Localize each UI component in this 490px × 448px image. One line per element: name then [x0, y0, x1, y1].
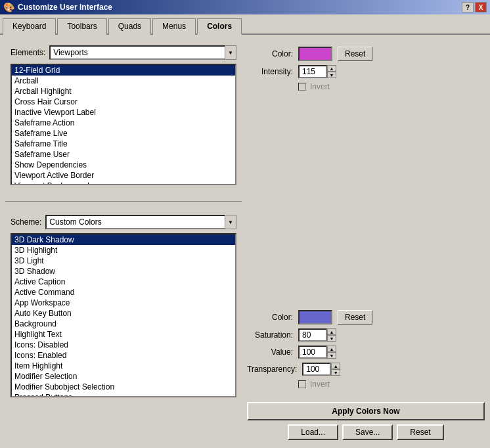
transparency-label: Transparency: — [247, 365, 297, 374]
window-icon: 🎨 — [3, 2, 14, 12]
list-item[interactable]: Modifier Selection — [12, 371, 235, 382]
scheme-label: Scheme: — [11, 217, 41, 227]
bottom-reset-button[interactable]: Reset — [338, 310, 372, 325]
list-item[interactable]: 3D Light — [12, 256, 235, 266]
window-title: Customize User Interface — [18, 3, 112, 12]
top-color-label: Color: — [247, 49, 293, 58]
transparency-input[interactable] — [302, 363, 331, 376]
list-item[interactable]: Item Highlight — [12, 361, 235, 371]
list-item[interactable]: Background — [12, 319, 235, 329]
intensity-spinner: ▲ ▼ — [298, 65, 336, 78]
list-item[interactable]: Arcball Highlight — [12, 86, 235, 97]
list-item[interactable]: Viewport Active Border — [12, 170, 235, 181]
tab-bar: Keyboard Toolbars Quads Menus Colors — [0, 14, 490, 35]
list-item[interactable]: 3D Dark Shadow — [12, 235, 235, 245]
bottom-invert-checkbox[interactable] — [298, 380, 306, 388]
reset-all-button[interactable]: Reset — [397, 424, 443, 440]
top-color-swatch[interactable] — [298, 47, 332, 61]
list-item[interactable]: Safeframe User — [12, 149, 235, 160]
left-panel: Elements: Viewports ▼ 12-Field GridArcba… — [5, 40, 242, 443]
list-item[interactable]: Safeframe Title — [12, 139, 235, 149]
list-item[interactable]: 12-Field Grid — [12, 65, 235, 76]
divider-1 — [5, 201, 242, 202]
list-item[interactable]: Inactive Viewport Label — [12, 107, 235, 118]
save-button[interactable]: Save... — [342, 424, 393, 440]
list-item[interactable]: Highlight Text — [12, 329, 235, 340]
list-item[interactable]: App Workspace — [12, 298, 235, 308]
value-spinner: ▲ ▼ — [298, 346, 336, 359]
intensity-input[interactable] — [298, 65, 327, 78]
saturation-label: Saturation: — [247, 330, 293, 340]
elements-select-wrapper: Viewports ▼ — [49, 45, 236, 60]
title-bar: 🎨 Customize User Interface ? X — [0, 0, 490, 14]
list-item[interactable]: Viewport Background — [12, 181, 235, 185]
elements-list[interactable]: 12-Field GridArcballArcball HighlightCro… — [11, 64, 236, 185]
list-item[interactable]: Arcball — [12, 76, 235, 86]
saturation-spinner: ▲ ▼ — [298, 328, 336, 342]
scheme-select-wrapper: Custom Colors ▼ — [45, 215, 236, 229]
top-invert-label: Invert — [310, 82, 330, 91]
value-down[interactable]: ▼ — [327, 352, 336, 359]
list-item[interactable]: 3D Highlight — [12, 245, 235, 256]
transparency-down[interactable]: ▼ — [331, 369, 340, 376]
value-up[interactable]: ▲ — [327, 346, 336, 352]
top-invert-checkbox[interactable] — [298, 83, 306, 91]
bottom-color-label: Color: — [247, 313, 293, 322]
list-item[interactable]: Safeframe Action — [12, 118, 235, 128]
list-item[interactable]: Safeframe Live — [12, 128, 235, 139]
transparency-spinner: ▲ ▼ — [302, 363, 340, 376]
list-item[interactable]: Cross Hair Cursor — [12, 97, 235, 107]
saturation-up[interactable]: ▲ — [327, 328, 336, 335]
load-button[interactable]: Load... — [288, 424, 338, 440]
list-item[interactable]: 3D Shadow — [12, 266, 235, 277]
list-item[interactable]: Active Command — [12, 287, 235, 298]
window: 🎨 Customize User Interface ? X Keyboard … — [0, 0, 490, 448]
tab-toolbars[interactable]: Toolbars — [57, 18, 106, 35]
tab-colors[interactable]: Colors — [197, 18, 242, 35]
transparency-up[interactable]: ▲ — [331, 363, 340, 369]
bottom-color-swatch[interactable] — [298, 310, 332, 325]
list-item[interactable]: Show Dependencies — [12, 160, 235, 170]
list-item[interactable]: Icons: Enabled — [12, 350, 235, 361]
elements-label: Elements: — [11, 48, 45, 57]
saturation-input[interactable] — [298, 328, 327, 342]
top-reset-button[interactable]: Reset — [338, 47, 372, 61]
list-item[interactable]: Pressed Buttons — [12, 392, 235, 397]
elements-select[interactable]: Viewports — [49, 45, 236, 60]
close-button[interactable]: X — [475, 2, 487, 12]
scheme-list[interactable]: 3D Dark Shadow3D Highlight3D Light3D Sha… — [11, 233, 236, 397]
tab-menus[interactable]: Menus — [152, 18, 196, 35]
value-label: Value: — [247, 347, 293, 357]
intensity-label: Intensity: — [247, 67, 293, 76]
apply-colors-button[interactable]: Apply Colors Now — [247, 402, 485, 420]
scheme-color-section: Color: Reset Saturation: ▲ ▼ — [247, 303, 485, 389]
list-item[interactable]: Icons: Disabled — [12, 340, 235, 350]
bottom-invert-label: Invert — [310, 380, 330, 389]
actions-section: Apply Colors Now Load... Save... Reset — [247, 399, 485, 443]
saturation-down[interactable]: ▼ — [327, 335, 336, 342]
intensity-down[interactable]: ▼ — [327, 72, 336, 78]
right-panel: Color: Reset Intensity: ▲ ▼ — [247, 40, 485, 443]
tab-quads[interactable]: Quads — [108, 18, 151, 35]
scheme-section: Scheme: Custom Colors ▼ 3D Dark Shadow3D… — [5, 210, 242, 403]
value-input[interactable] — [298, 346, 327, 359]
elements-section: Elements: Viewports ▼ 12-Field GridArcba… — [5, 40, 242, 190]
list-item[interactable]: Modifier Subobject Selection — [12, 382, 235, 392]
intensity-up[interactable]: ▲ — [327, 65, 336, 72]
list-item[interactable]: Auto Key Button — [12, 308, 235, 319]
help-button[interactable]: ? — [462, 2, 474, 12]
scheme-select[interactable]: Custom Colors — [45, 215, 236, 229]
elements-color-section: Color: Reset Intensity: ▲ ▼ — [247, 40, 485, 91]
tab-keyboard[interactable]: Keyboard — [3, 18, 56, 35]
list-item[interactable]: Active Caption — [12, 277, 235, 287]
